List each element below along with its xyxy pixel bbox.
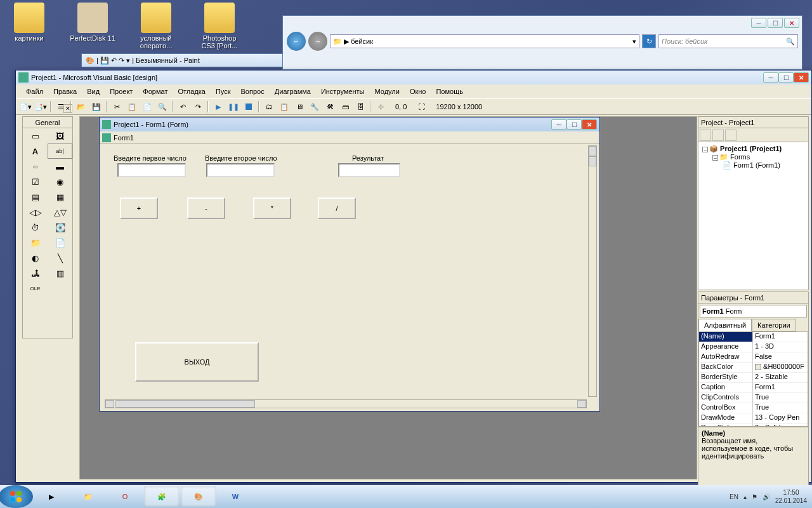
view-object-button[interactable] <box>712 130 724 141</box>
toggle-folders-button[interactable] <box>725 130 737 141</box>
property-row[interactable]: BackColor &H8000000F <box>699 363 808 373</box>
task-explorer[interactable]: 📁 <box>70 486 106 507</box>
properties-object-selector[interactable]: Form1 Form <box>700 305 807 318</box>
maximize-button[interactable]: ☐ <box>778 72 794 83</box>
tool-timer[interactable]: ⏱ <box>23 220 48 235</box>
tab-alphabetic[interactable]: Алфавитный <box>698 319 752 331</box>
tool-vscrollbar[interactable]: △▽ <box>48 204 72 220</box>
open-button[interactable]: 📂 <box>74 100 88 114</box>
menu-run[interactable]: Пуск <box>212 86 235 97</box>
desktop-icon[interactable]: PerfectDisk 11 <box>70 3 115 50</box>
toolbox-close-button[interactable]: ✕ <box>63 104 72 113</box>
tool-image[interactable]: 🏞 <box>23 265 48 281</box>
horizontal-scrollbar[interactable] <box>105 399 587 408</box>
menu-view[interactable]: Вид <box>83 86 103 97</box>
tray-chevron-icon[interactable]: ▴ <box>743 493 747 500</box>
clock[interactable]: 17:50 22.01.2014 <box>775 488 807 505</box>
menu-addins[interactable]: Модули <box>370 86 403 97</box>
form-layout-button[interactable]: 🖥 <box>292 100 306 114</box>
form-titlebar[interactable]: Form1 <box>100 131 599 144</box>
button-plus[interactable]: + <box>120 197 158 219</box>
label-second-number[interactable]: Введите второе число <box>205 154 277 162</box>
forward-button[interactable]: → <box>308 32 327 51</box>
close-button[interactable]: ✕ <box>582 119 597 130</box>
vb-titlebar[interactable]: Project1 - Microsoft Visual Basic [desig… <box>16 70 811 84</box>
menu-window[interactable]: Окно <box>406 86 430 97</box>
project-explorer-button[interactable]: 🗂 <box>262 100 276 114</box>
menu-project[interactable]: Проект <box>106 86 136 97</box>
textbox-first-number[interactable] <box>117 163 186 177</box>
close-button[interactable]: ✕ <box>784 18 799 28</box>
tool-frame[interactable]: ▭ <box>23 159 48 174</box>
maximize-button[interactable]: ☐ <box>566 119 582 130</box>
tool-optionbutton[interactable]: ◉ <box>48 174 72 189</box>
start-button[interactable] <box>0 485 33 508</box>
minimize-button[interactable]: ─ <box>763 72 778 83</box>
pause-button[interactable]: ❚❚ <box>226 100 240 114</box>
maximize-button[interactable]: ☐ <box>768 18 783 28</box>
button-minus[interactable]: - <box>187 197 225 219</box>
properties-grid[interactable]: (Name)Form1Appearance1 - 3DAutoRedrawFal… <box>698 331 808 427</box>
menu-debug[interactable]: Отладка <box>174 86 209 97</box>
add-project-button[interactable]: 📄▾ <box>18 100 32 114</box>
tool-data[interactable]: ▥ <box>48 265 72 281</box>
button-exit[interactable]: ВЫХОД <box>135 342 259 382</box>
stop-button[interactable] <box>242 100 256 114</box>
property-row[interactable]: ClipControlsTrue <box>699 393 808 403</box>
button-multiply[interactable]: * <box>253 197 291 219</box>
toolbox-tab[interactable]: General <box>23 117 72 128</box>
data-view-button[interactable]: 🗃 <box>338 100 352 114</box>
property-row[interactable]: BorderStyle2 - Sizable <box>699 373 808 383</box>
tray-flag-icon[interactable]: ⚑ <box>752 493 757 500</box>
task-vb[interactable]: 🧩 <box>144 486 180 507</box>
menu-file[interactable]: Файл <box>22 86 47 97</box>
properties-button[interactable]: 📋 <box>277 100 291 114</box>
vertical-scrollbar[interactable] <box>588 145 597 397</box>
tool-picturebox[interactable]: 🖼 <box>48 128 72 144</box>
undo-button[interactable]: ↶ <box>176 100 190 114</box>
minimize-button[interactable]: ─ <box>551 119 566 130</box>
menu-diagram[interactable]: Диаграмма <box>271 86 315 97</box>
cut-button[interactable]: ✂ <box>110 100 124 114</box>
desktop-icon[interactable]: условный операто... <box>133 3 179 50</box>
tool-filelistbox[interactable]: 📄 <box>48 235 72 250</box>
textbox-result[interactable] <box>338 163 400 177</box>
tray-volume-icon[interactable]: 🔊 <box>763 493 770 500</box>
copy-button[interactable]: 📋 <box>125 100 139 114</box>
minimize-button[interactable]: ─ <box>751 18 766 28</box>
add-form-button[interactable]: 📑▾ <box>34 100 48 114</box>
property-row[interactable]: DrawMode13 - Copy Pen <box>699 413 808 424</box>
form-canvas[interactable]: Введите первое число Введите второе числ… <box>105 145 587 397</box>
task-opera[interactable]: O <box>107 486 143 507</box>
desktop-icon[interactable]: картинки <box>6 3 52 50</box>
language-indicator[interactable]: EN <box>730 493 738 500</box>
tool-dirlistbox[interactable]: 📁 <box>23 235 48 250</box>
redo-button[interactable]: ↷ <box>191 100 205 114</box>
tool-drivelistbox[interactable]: 💽 <box>48 220 72 235</box>
task-word[interactable]: W <box>218 486 253 507</box>
task-paint[interactable]: 🎨 <box>181 486 216 507</box>
object-browser-button[interactable]: 🔧 <box>308 100 322 114</box>
tool-checkbox[interactable]: ☑ <box>23 174 48 189</box>
run-button[interactable]: ▶ <box>211 100 225 114</box>
desktop-icon[interactable]: Photoshop CS3 [Port... <box>197 3 242 50</box>
label-first-number[interactable]: Введите первое число <box>114 154 187 162</box>
paint-window-titlebar[interactable]: 🎨 | 💾 ↶ ↷ ▾ | Безымянный - Paint <box>81 53 284 67</box>
refresh-button[interactable]: ↻ <box>642 34 656 48</box>
menu-edit[interactable]: Правка <box>49 86 81 97</box>
tool-label[interactable]: A <box>23 144 48 159</box>
tool-pointer[interactable]: ▭ <box>23 128 48 144</box>
tool-commandbutton[interactable]: ▬ <box>48 159 72 174</box>
toolbox-button[interactable]: 🛠 <box>323 100 337 114</box>
form-designer-titlebar[interactable]: Project1 - Form1 (Form) ─ ☐ ✕ <box>100 117 599 131</box>
tool-combobox[interactable]: ▤ <box>23 189 48 204</box>
menu-tools[interactable]: Инструменты <box>317 86 369 97</box>
tool-shape[interactable]: ◐ <box>23 250 48 265</box>
label-result[interactable]: Результат <box>352 154 384 162</box>
search-box[interactable]: Поиск: бейсик 🔍 <box>658 34 798 48</box>
property-row[interactable]: ControlBoxTrue <box>699 403 808 413</box>
save-button[interactable]: 💾 <box>89 100 103 114</box>
tool-listbox[interactable]: ▦ <box>48 189 72 204</box>
menu-help[interactable]: Помощь <box>432 86 467 97</box>
property-row[interactable]: (Name)Form1 <box>699 332 808 342</box>
